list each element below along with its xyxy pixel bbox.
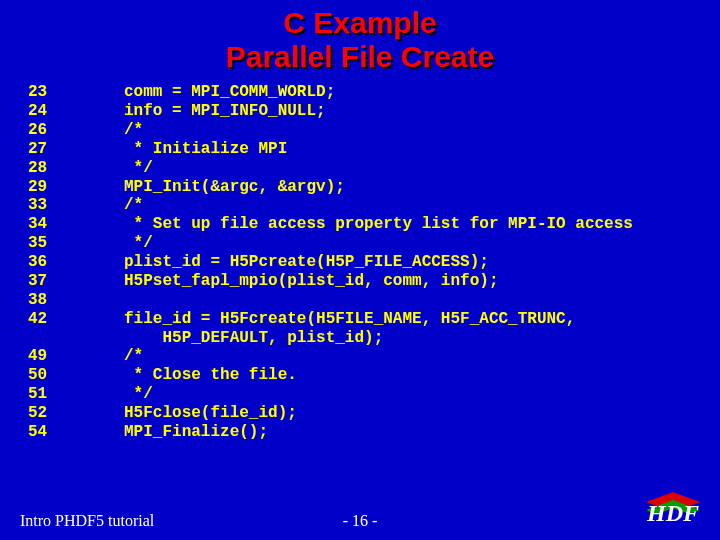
code-line: 35 */ — [28, 234, 720, 253]
code-line: 38 — [28, 291, 720, 310]
code-line: 26 /* — [28, 121, 720, 140]
code-line: 49 /* — [28, 347, 720, 366]
code-line: 42 file_id = H5Fcreate(H5FILE_NAME, H5F_… — [28, 310, 720, 329]
code-line: 54 MPI_Finalize(); — [28, 423, 720, 442]
code-line: 29 MPI_Init(&argc, &argv); — [28, 178, 720, 197]
code-line: 34 * Set up file access property list fo… — [28, 215, 720, 234]
hdf-logo-text: HDF — [646, 500, 699, 526]
code-line: 23 comm = MPI_COMM_WORLD; — [28, 83, 720, 102]
footer-page-number: - 16 - — [343, 512, 378, 530]
title-line-1: C Example — [0, 6, 720, 40]
code-line: 37 H5Pset_fapl_mpio(plist_id, comm, info… — [28, 272, 720, 291]
code-line: 51 */ — [28, 385, 720, 404]
slide-title: C Example Parallel File Create — [0, 6, 720, 73]
title-line-2: Parallel File Create — [0, 40, 720, 74]
code-line: 52 H5Fclose(file_id); — [28, 404, 720, 423]
code-block: 23 comm = MPI_COMM_WORLD;24 info = MPI_I… — [28, 83, 720, 442]
code-line: 33 /* — [28, 196, 720, 215]
hdf-logo-icon: HDF — [642, 490, 704, 530]
code-line: 24 info = MPI_INFO_NULL; — [28, 102, 720, 121]
code-line: 36 plist_id = H5Pcreate(H5P_FILE_ACCESS)… — [28, 253, 720, 272]
code-line: 50 * Close the file. — [28, 366, 720, 385]
code-line: 27 * Initialize MPI — [28, 140, 720, 159]
code-line: 28 */ — [28, 159, 720, 178]
code-line: H5P_DEFAULT, plist_id); — [28, 329, 720, 348]
footer-left: Intro PHDF5 tutorial — [20, 512, 154, 530]
